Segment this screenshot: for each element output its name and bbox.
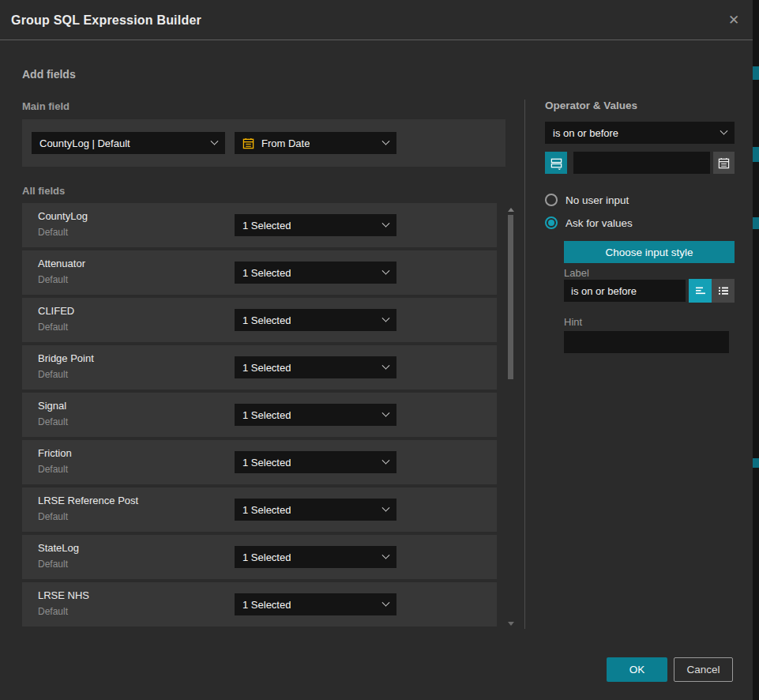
bulleted-list-icon [717, 284, 730, 297]
field-row: LRSE Reference Post Default 1 Selected [22, 487, 497, 532]
vertical-divider [524, 100, 525, 629]
chevron-down-icon [382, 361, 390, 369]
all-fields-heading: All fields [22, 185, 65, 197]
main-field-panel: CountyLog | Default From Date [22, 119, 505, 167]
calendar-icon [242, 137, 254, 149]
field-selection-dropdown[interactable]: 1 Selected [235, 262, 396, 284]
field-selection-dropdown[interactable]: 1 Selected [235, 499, 396, 521]
chevron-down-icon [382, 408, 390, 416]
radio-label: No user input [565, 194, 629, 206]
chevron-down-icon [382, 137, 390, 145]
field-name: Attenuator [38, 258, 85, 269]
group-sql-expression-builder-dialog: Group SQL Expression Builder ✕ Add field… [0, 0, 753, 700]
field-subtitle: Default [38, 464, 68, 475]
field-selection-value: 1 Selected [242, 409, 291, 421]
ok-button[interactable]: OK [607, 657, 667, 682]
cancel-button[interactable]: Cancel [674, 657, 733, 682]
stacked-values-icon [550, 156, 563, 170]
chevron-down-icon [382, 266, 390, 274]
background-fragment [753, 147, 759, 162]
field-selection-value: 1 Selected [242, 504, 291, 516]
radio-no-user-input[interactable]: No user input [545, 194, 629, 206]
scrollbar-up-arrow-icon[interactable] [508, 208, 514, 212]
field-subtitle: Default [38, 322, 68, 333]
field-subtitle: Default [38, 416, 68, 427]
dialog-header: Group SQL Expression Builder ✕ [0, 0, 753, 40]
field-name: LRSE Reference Post [38, 495, 138, 506]
field-subtitle: Default [38, 511, 68, 522]
field-selection-value: 1 Selected [242, 551, 291, 563]
field-name: Signal [38, 400, 66, 412]
field-selection-dropdown[interactable]: 1 Selected [235, 593, 396, 615]
field-row: Bridge Point Default 1 Selected [22, 345, 497, 390]
background-fragment [753, 458, 759, 468]
field-name: CLIFED [38, 305, 74, 317]
field-selection-value: 1 Selected [242, 599, 291, 611]
main-layer-dropdown[interactable]: CountyLog | Default [32, 132, 225, 154]
choose-input-style-button[interactable]: Choose input style [564, 241, 735, 263]
field-selection-dropdown[interactable]: 1 Selected [235, 309, 396, 331]
date-value-input[interactable] [573, 152, 710, 174]
value-source-toggle-button[interactable] [545, 152, 567, 174]
align-left-icon [694, 284, 707, 297]
field-name: CountyLog [38, 210, 88, 222]
radio-circle-selected-icon [545, 216, 558, 229]
field-subtitle: Default [38, 369, 68, 380]
main-layer-dropdown-value: CountyLog | Default [39, 137, 130, 149]
hint-input[interactable] [564, 331, 729, 353]
field-selection-value: 1 Selected [242, 457, 291, 469]
chevron-down-icon [382, 503, 390, 511]
field-selection-value: 1 Selected [242, 220, 291, 231]
list-input-style-button[interactable] [712, 279, 735, 303]
operator-dropdown[interactable]: is on or before [545, 122, 735, 144]
background-fragment [753, 66, 759, 80]
field-row: Friction Default 1 Selected [22, 440, 497, 484]
main-field-heading: Main field [22, 100, 70, 112]
calendar-icon [718, 157, 730, 169]
chevron-down-icon [720, 126, 728, 134]
single-input-style-button[interactable] [689, 279, 712, 303]
field-subtitle: Default [38, 606, 68, 617]
field-name: Bridge Point [38, 352, 94, 364]
field-name: Friction [38, 447, 72, 459]
field-row: CountyLog Default 1 Selected [22, 203, 497, 247]
chevron-down-icon [382, 456, 390, 464]
field-selection-dropdown[interactable]: 1 Selected [235, 546, 396, 568]
field-row: CLIFED Default 1 Selected [22, 298, 497, 342]
screen: Group SQL Expression Builder ✕ Add field… [0, 0, 759, 700]
field-name: StateLog [38, 542, 79, 554]
main-field-dropdown-value: From Date [261, 137, 310, 149]
field-subtitle: Default [38, 559, 68, 570]
chevron-down-icon [211, 137, 219, 145]
chevron-down-icon [382, 219, 390, 227]
field-subtitle: Default [38, 227, 68, 238]
field-row: Signal Default 1 Selected [22, 393, 497, 437]
scrollbar-down-arrow-icon[interactable] [508, 622, 514, 626]
field-selection-value: 1 Selected [242, 267, 291, 279]
field-row: Attenuator Default 1 Selected [22, 250, 497, 295]
radio-circle-icon [545, 194, 558, 206]
field-selection-dropdown[interactable]: 1 Selected [235, 356, 396, 378]
radio-ask-for-values[interactable]: Ask for values [545, 216, 633, 229]
label-caption: Label [564, 267, 589, 279]
field-selection-dropdown[interactable]: 1 Selected [235, 404, 396, 426]
chevron-down-icon [382, 551, 390, 559]
field-row: StateLog Default 1 Selected [22, 535, 497, 579]
close-icon[interactable]: ✕ [724, 11, 743, 30]
field-name: LRSE NHS [38, 589, 89, 601]
field-selection-value: 1 Selected [242, 362, 291, 374]
scrollbar-thumb[interactable] [508, 215, 513, 379]
background-app-edge [753, 0, 759, 700]
hint-caption: Hint [564, 316, 582, 328]
field-row: LRSE NHS Default 1 Selected [22, 582, 497, 627]
label-input[interactable] [564, 280, 686, 302]
dialog-title: Group SQL Expression Builder [11, 0, 201, 40]
operator-dropdown-value: is on or before [553, 127, 618, 139]
field-selection-dropdown[interactable]: 1 Selected [235, 214, 396, 236]
operator-values-heading: Operator & Values [545, 100, 637, 111]
field-selection-dropdown[interactable]: 1 Selected [235, 451, 396, 473]
main-field-dropdown[interactable]: From Date [235, 132, 396, 154]
date-picker-button[interactable] [713, 152, 735, 174]
field-selection-value: 1 Selected [242, 314, 291, 326]
radio-label: Ask for values [565, 217, 633, 229]
